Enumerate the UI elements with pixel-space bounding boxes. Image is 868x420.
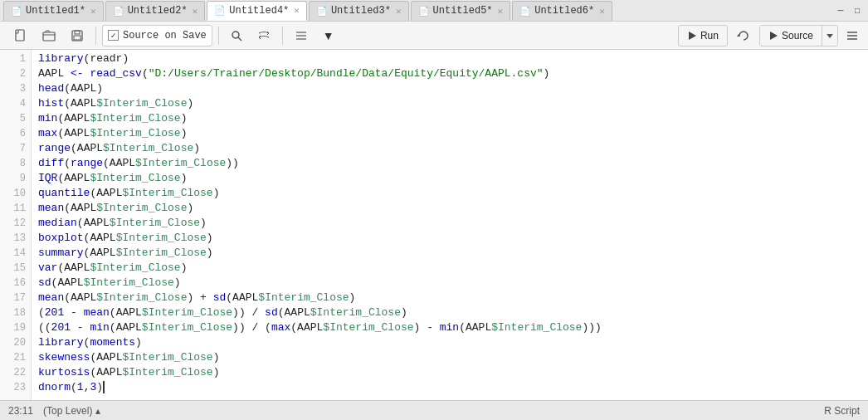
close-tab-3[interactable]: ✕ (396, 6, 402, 17)
search-btn[interactable] (225, 25, 248, 46)
file-icon: 📄 (113, 6, 124, 17)
close-tab-2[interactable]: ✕ (193, 6, 198, 17)
code-line[interactable]: mean(AAPL$Interim_Close) + sd(AAPL$Inter… (38, 291, 861, 305)
code-line[interactable]: ((201 - min(AAPL$Interim_Close)) / (max(… (38, 320, 861, 335)
code-line[interactable]: range(AAPL$Interim_Close) (38, 141, 861, 156)
code-line[interactable]: (201 - mean(AAPL$Interim_Close)) / sd(AA… (38, 305, 861, 320)
save-icon (71, 29, 84, 42)
source-on-save-label: Source on Save (123, 30, 207, 42)
file-type: R Script (824, 405, 860, 417)
svg-marker-14 (770, 32, 778, 40)
code-line[interactable]: hist(AAPL$Interim_Close) (38, 96, 861, 111)
save-btn[interactable] (65, 25, 90, 46)
svg-rect-3 (43, 32, 55, 41)
chunks-icon (295, 30, 308, 42)
editor-container: 1234567891011121314151617181920212223 li… (0, 50, 868, 400)
menu-btn[interactable] (841, 25, 863, 46)
code-line[interactable]: library(moments) (38, 335, 861, 350)
file-icon: 📄 (519, 6, 531, 17)
cursor-position: 23:11 (8, 405, 33, 417)
svg-marker-15 (827, 34, 833, 38)
code-line[interactable]: sd(AAPL$Interim_Close) (38, 276, 861, 291)
code-line[interactable]: boxplot(AAPL$Interim_Close) (38, 231, 861, 246)
code-line[interactable]: median(AAPL$Interim_Close) (38, 216, 861, 231)
text-cursor: ) (96, 381, 105, 393)
find-replace-btn[interactable] (251, 25, 276, 46)
editor-toolbar: ​ ✓ Source on Save (0, 22, 868, 50)
source-run-icon (768, 31, 778, 41)
run-button[interactable]: Run (678, 25, 728, 46)
tab-bar: 📄 Untitled1* ✕ 📄 Untitled2* ✕ 📄 Untitled… (0, 0, 868, 50)
code-line[interactable]: dnorm(1,3) (38, 380, 861, 395)
code-line[interactable]: AAPL <- read_csv("D:/Users/Trainer/Deskt… (38, 66, 861, 81)
code-line[interactable]: summary(AAPL$Interim_Close) (38, 246, 861, 261)
svg-rect-6 (74, 36, 80, 40)
tab-untitled4[interactable]: 📄 Untitled4* ✕ (207, 1, 307, 21)
close-tab-4[interactable]: ✕ (294, 5, 300, 16)
code-line[interactable]: var(AAPL$Interim_Close) (38, 261, 861, 276)
svg-point-7 (232, 32, 239, 38)
line-numbers: 1234567891011121314151617181920212223 (0, 50, 32, 400)
find-replace-icon (257, 30, 271, 42)
source-button[interactable]: Source (759, 25, 838, 46)
source-on-save-btn[interactable]: ✓ Source on Save (102, 25, 212, 46)
code-line[interactable]: IQR(AAPL$Interim_Close) (38, 171, 861, 186)
tab-untitled1[interactable]: 📄 Untitled1* ✕ (3, 1, 104, 21)
status-bar: 23:11 (Top Level) ▴ R Script (0, 400, 868, 420)
search-icon (231, 30, 242, 42)
close-tab-5[interactable]: ✕ (498, 6, 504, 17)
code-line[interactable]: head(AAPL) (38, 81, 861, 96)
svg-rect-0 (16, 30, 24, 41)
hamburger-icon (846, 30, 859, 42)
scope-indicator: (Top Level) ▴ (43, 405, 100, 417)
code-line[interactable]: quantile(AAPL$Interim_Close) (38, 186, 861, 201)
checkbox-icon: ✓ (108, 30, 119, 41)
source-label: Source (782, 30, 813, 42)
svg-line-8 (238, 37, 241, 41)
tab-untitled3[interactable]: 📄 Untitled3* ✕ (309, 1, 409, 21)
run-label: Run (700, 30, 719, 42)
code-line[interactable]: library(readr) (38, 51, 861, 66)
sep2 (218, 27, 219, 45)
close-tab-6[interactable]: ✕ (599, 6, 605, 17)
code-line[interactable]: kurtosis(AAPL$Interim_Close) (38, 365, 861, 380)
tab-untitled2[interactable]: 📄 Untitled2* ✕ (105, 1, 206, 21)
open-file-btn[interactable] (37, 25, 61, 46)
tab-row: 📄 Untitled1* ✕ 📄 Untitled2* ✕ 📄 Untitled… (0, 0, 868, 22)
code-line[interactable]: skewness(AAPL$Interim_Close) (38, 350, 861, 365)
code-area[interactable]: library(readr)AAPL <- read_csv("D:/Users… (32, 50, 868, 400)
minimize-btn[interactable]: ─ (833, 3, 848, 18)
new-file-btn[interactable]: ​ (5, 25, 33, 46)
source-btn-main[interactable]: Source (760, 26, 822, 46)
code-line[interactable]: max(AAPL$Interim_Close) (38, 126, 861, 141)
chevron-down-icon (827, 32, 833, 39)
open-icon (42, 29, 56, 42)
code-line[interactable]: mean(AAPL$Interim_Close) (38, 201, 861, 216)
file-icon: 📄 (418, 6, 430, 17)
run-icon (687, 31, 697, 41)
code-line[interactable]: diff(range(AAPL$Interim_Close)) (38, 156, 861, 171)
maximize-btn[interactable]: □ (850, 3, 865, 18)
sep1 (95, 27, 96, 45)
file-icon: 📄 (316, 6, 328, 17)
source-dropdown-btn[interactable] (822, 26, 837, 46)
toolbar-right: Run Source (678, 25, 863, 46)
code-chunks-btn[interactable] (289, 25, 314, 46)
re-run-btn[interactable] (731, 25, 756, 46)
svg-marker-12 (689, 32, 696, 40)
new-file-icon (14, 29, 27, 42)
code-line[interactable]: min(AAPL$Interim_Close) (38, 111, 861, 126)
file-icon: 📄 (11, 6, 22, 17)
close-tab-1[interactable]: ✕ (90, 6, 96, 17)
tab-untitled5[interactable]: 📄 Untitled5* ✕ (411, 1, 511, 21)
file-icon: 📄 (214, 5, 226, 16)
more-btn[interactable]: ▼ (317, 25, 340, 46)
tab-untitled6[interactable]: 📄 Untitled6* ✕ (512, 1, 612, 21)
sep3 (282, 27, 283, 45)
rerun-icon (737, 30, 750, 42)
